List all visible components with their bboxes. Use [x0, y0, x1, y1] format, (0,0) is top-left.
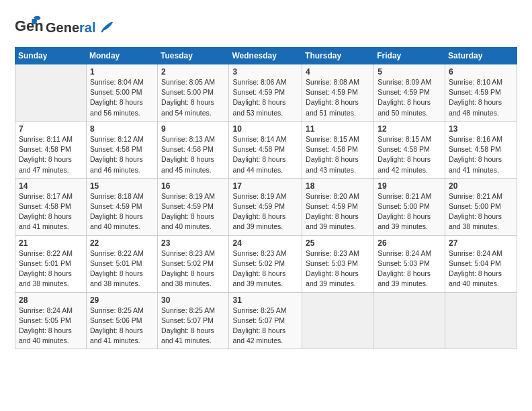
- day-number: 27: [449, 238, 513, 248]
- calendar-cell: 5Sunrise: 8:09 AM Sunset: 4:59 PM Daylig…: [374, 64, 445, 122]
- logo-line1: General: [46, 21, 113, 35]
- day-info: Sunrise: 8:13 AM Sunset: 4:58 PM Dayligh…: [161, 134, 225, 175]
- day-info: Sunrise: 8:25 AM Sunset: 5:07 PM Dayligh…: [232, 306, 298, 347]
- calendar-cell: 27Sunrise: 8:24 AM Sunset: 5:04 PM Dayli…: [445, 235, 517, 292]
- day-info: Sunrise: 8:04 AM Sunset: 5:00 PM Dayligh…: [90, 77, 154, 118]
- calendar-cell: 3Sunrise: 8:06 AM Sunset: 4:59 PM Daylig…: [229, 64, 302, 122]
- day-number: 22: [90, 238, 154, 248]
- day-info: Sunrise: 8:24 AM Sunset: 5:05 PM Dayligh…: [19, 306, 83, 347]
- days-header-row: SundayMondayTuesdayWednesdayThursdayFrid…: [15, 48, 517, 64]
- calendar-cell: [445, 292, 517, 349]
- calendar-cell: 22Sunrise: 8:22 AM Sunset: 5:01 PM Dayli…: [86, 235, 157, 292]
- day-number: 24: [232, 238, 298, 248]
- day-number: 31: [232, 295, 298, 305]
- day-number: 8: [90, 124, 154, 134]
- day-info: Sunrise: 8:24 AM Sunset: 5:04 PM Dayligh…: [449, 248, 513, 289]
- day-number: 16: [161, 181, 225, 191]
- calendar-cell: [15, 64, 87, 122]
- calendar-cell: 12Sunrise: 8:15 AM Sunset: 4:58 PM Dayli…: [374, 121, 445, 178]
- logo-icon: Gene: [15, 12, 43, 43]
- week-row-2: 7Sunrise: 8:11 AM Sunset: 4:58 PM Daylig…: [15, 121, 517, 178]
- calendar-cell: 31Sunrise: 8:25 AM Sunset: 5:07 PM Dayli…: [229, 292, 302, 349]
- header-monday: Monday: [86, 48, 157, 64]
- calendar-cell: 29Sunrise: 8:25 AM Sunset: 5:06 PM Dayli…: [86, 292, 157, 349]
- day-info: Sunrise: 8:06 AM Sunset: 4:59 PM Dayligh…: [232, 77, 298, 118]
- calendar-cell: 4Sunrise: 8:08 AM Sunset: 4:59 PM Daylig…: [302, 64, 374, 122]
- calendar-cell: 11Sunrise: 8:15 AM Sunset: 4:58 PM Dayli…: [302, 121, 374, 178]
- calendar-cell: 13Sunrise: 8:16 AM Sunset: 4:58 PM Dayli…: [445, 121, 517, 178]
- day-number: 26: [378, 238, 441, 248]
- calendar-cell: 10Sunrise: 8:14 AM Sunset: 4:58 PM Dayli…: [229, 121, 302, 178]
- day-info: Sunrise: 8:05 AM Sunset: 5:00 PM Dayligh…: [161, 77, 225, 118]
- day-info: Sunrise: 8:24 AM Sunset: 5:03 PM Dayligh…: [378, 248, 441, 289]
- calendar-cell: 2Sunrise: 8:05 AM Sunset: 5:00 PM Daylig…: [158, 64, 229, 122]
- calendar-cell: 16Sunrise: 8:19 AM Sunset: 4:59 PM Dayli…: [158, 178, 229, 235]
- header-wednesday: Wednesday: [229, 48, 302, 64]
- calendar-cell: [374, 292, 445, 349]
- day-number: 30: [161, 295, 225, 305]
- day-info: Sunrise: 8:19 AM Sunset: 4:59 PM Dayligh…: [232, 191, 298, 232]
- day-number: 11: [306, 124, 370, 134]
- day-info: Sunrise: 8:15 AM Sunset: 4:58 PM Dayligh…: [378, 134, 441, 175]
- calendar-cell: 6Sunrise: 8:10 AM Sunset: 4:59 PM Daylig…: [445, 64, 517, 122]
- day-info: Sunrise: 8:21 AM Sunset: 5:00 PM Dayligh…: [378, 191, 441, 232]
- page: Gene General SundayMondayTuesdayWednesda…: [0, 0, 532, 356]
- week-row-4: 21Sunrise: 8:22 AM Sunset: 5:01 PM Dayli…: [15, 235, 517, 292]
- day-info: Sunrise: 8:10 AM Sunset: 4:59 PM Dayligh…: [449, 77, 513, 118]
- calendar-cell: 20Sunrise: 8:21 AM Sunset: 5:00 PM Dayli…: [445, 178, 517, 235]
- day-number: 21: [19, 238, 83, 248]
- day-number: 2: [161, 67, 225, 77]
- day-info: Sunrise: 8:22 AM Sunset: 5:01 PM Dayligh…: [19, 248, 83, 289]
- calendar-cell: 7Sunrise: 8:11 AM Sunset: 4:58 PM Daylig…: [15, 121, 87, 178]
- day-number: 7: [19, 124, 83, 134]
- calendar-table: SundayMondayTuesdayWednesdayThursdayFrid…: [15, 47, 517, 349]
- day-info: Sunrise: 8:09 AM Sunset: 4:59 PM Dayligh…: [378, 77, 441, 118]
- day-number: 10: [232, 124, 298, 134]
- day-number: 19: [378, 181, 441, 191]
- calendar-cell: 17Sunrise: 8:19 AM Sunset: 4:59 PM Dayli…: [229, 178, 302, 235]
- calendar-cell: 28Sunrise: 8:24 AM Sunset: 5:05 PM Dayli…: [15, 292, 87, 349]
- calendar-header: SundayMondayTuesdayWednesdayThursdayFrid…: [15, 48, 517, 64]
- day-number: 23: [161, 238, 225, 248]
- calendar-cell: 24Sunrise: 8:23 AM Sunset: 5:02 PM Dayli…: [229, 235, 302, 292]
- day-info: Sunrise: 8:15 AM Sunset: 4:58 PM Dayligh…: [306, 134, 370, 175]
- calendar-cell: 30Sunrise: 8:25 AM Sunset: 5:07 PM Dayli…: [158, 292, 229, 349]
- calendar-cell: 21Sunrise: 8:22 AM Sunset: 5:01 PM Dayli…: [15, 235, 87, 292]
- day-info: Sunrise: 8:19 AM Sunset: 4:59 PM Dayligh…: [161, 191, 225, 232]
- day-info: Sunrise: 8:23 AM Sunset: 5:02 PM Dayligh…: [161, 248, 225, 289]
- calendar-cell: 18Sunrise: 8:20 AM Sunset: 4:59 PM Dayli…: [302, 178, 374, 235]
- logo: Gene General: [15, 12, 113, 43]
- week-row-5: 28Sunrise: 8:24 AM Sunset: 5:05 PM Dayli…: [15, 292, 517, 349]
- day-info: Sunrise: 8:21 AM Sunset: 5:00 PM Dayligh…: [449, 191, 513, 232]
- calendar-cell: 19Sunrise: 8:21 AM Sunset: 5:00 PM Dayli…: [374, 178, 445, 235]
- header-sunday: Sunday: [15, 48, 87, 64]
- day-info: Sunrise: 8:08 AM Sunset: 4:59 PM Dayligh…: [306, 77, 370, 118]
- day-info: Sunrise: 8:20 AM Sunset: 4:59 PM Dayligh…: [306, 191, 370, 232]
- calendar-cell: 15Sunrise: 8:18 AM Sunset: 4:59 PM Dayli…: [86, 178, 157, 235]
- header-friday: Friday: [374, 48, 445, 64]
- header: Gene General: [15, 12, 517, 43]
- day-info: Sunrise: 8:17 AM Sunset: 4:58 PM Dayligh…: [19, 191, 83, 232]
- day-number: 28: [19, 295, 83, 305]
- day-info: Sunrise: 8:22 AM Sunset: 5:01 PM Dayligh…: [90, 248, 154, 289]
- day-info: Sunrise: 8:16 AM Sunset: 4:58 PM Dayligh…: [449, 134, 513, 175]
- day-number: 12: [378, 124, 441, 134]
- calendar-cell: 14Sunrise: 8:17 AM Sunset: 4:58 PM Dayli…: [15, 178, 87, 235]
- week-row-1: 1Sunrise: 8:04 AM Sunset: 5:00 PM Daylig…: [15, 64, 517, 122]
- calendar-cell: 26Sunrise: 8:24 AM Sunset: 5:03 PM Dayli…: [374, 235, 445, 292]
- logo-text-block: General: [46, 21, 113, 35]
- day-number: 18: [306, 181, 370, 191]
- day-info: Sunrise: 8:25 AM Sunset: 5:06 PM Dayligh…: [90, 306, 154, 347]
- calendar-cell: 25Sunrise: 8:23 AM Sunset: 5:03 PM Dayli…: [302, 235, 374, 292]
- week-row-3: 14Sunrise: 8:17 AM Sunset: 4:58 PM Dayli…: [15, 178, 517, 235]
- day-info: Sunrise: 8:23 AM Sunset: 5:03 PM Dayligh…: [306, 248, 370, 289]
- day-number: 25: [306, 238, 370, 248]
- day-number: 9: [161, 124, 225, 134]
- day-number: 15: [90, 181, 154, 191]
- day-number: 14: [19, 181, 83, 191]
- day-number: 6: [449, 67, 513, 77]
- day-number: 20: [449, 181, 513, 191]
- day-number: 3: [232, 67, 298, 77]
- day-number: 4: [306, 67, 370, 77]
- day-info: Sunrise: 8:14 AM Sunset: 4:58 PM Dayligh…: [232, 134, 298, 175]
